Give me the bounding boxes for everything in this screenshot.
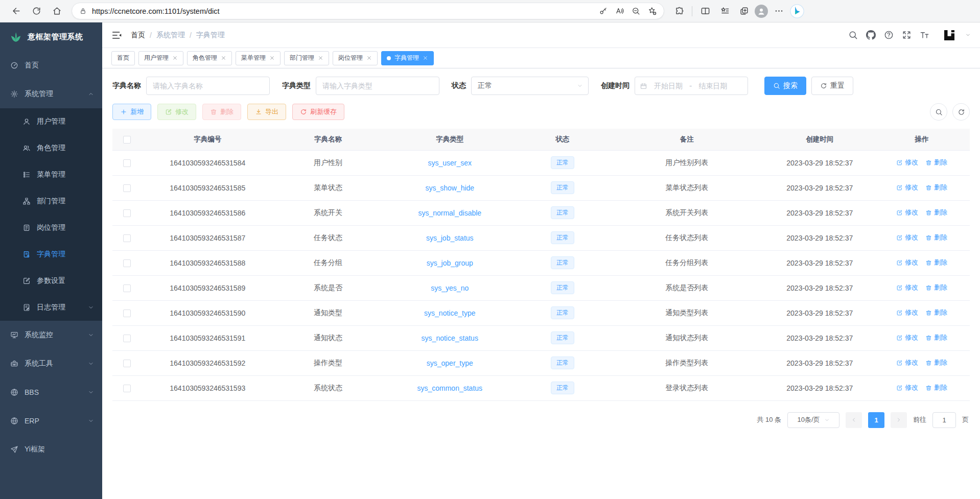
status-select[interactable]: 正常 (471, 77, 589, 95)
tab-role-management[interactable]: 角色管理 (187, 51, 232, 65)
dict-type-link[interactable]: sys_user_sex (428, 159, 472, 167)
browser-back-button[interactable] (7, 3, 25, 20)
extensions-icon[interactable] (670, 3, 688, 20)
dict-type-input[interactable] (316, 77, 439, 95)
row-checkbox[interactable] (123, 159, 131, 167)
current-page-button[interactable]: 1 (868, 412, 884, 428)
tab-home[interactable]: 首页 (111, 51, 135, 65)
row-delete-link[interactable]: 删除 (925, 358, 947, 367)
sidebar-item-yi-framework[interactable]: Yi框架 (0, 435, 102, 464)
sidebar-item-system-management[interactable]: 系统管理 (0, 80, 102, 108)
dict-name-input[interactable] (146, 77, 270, 95)
sidebar-item-system-tools[interactable]: 系统工具 (0, 349, 102, 378)
dict-type-link[interactable]: sys_notice_type (424, 309, 475, 317)
row-delete-link[interactable]: 删除 (925, 158, 947, 167)
row-edit-link[interactable]: 修改 (896, 258, 918, 267)
row-checkbox[interactable] (123, 385, 131, 392)
favorites-add-icon[interactable] (644, 4, 660, 19)
tab-dept-management[interactable]: 部门管理 (284, 51, 329, 65)
dict-type-link[interactable]: sys_job_group (427, 259, 473, 267)
github-icon[interactable] (866, 30, 876, 40)
profile-avatar[interactable] (755, 5, 768, 18)
sidebar-item-post-management[interactable]: 岗位管理 (0, 215, 102, 241)
row-edit-link[interactable]: 修改 (896, 158, 918, 167)
page-size-select[interactable]: 10条/页 (787, 412, 839, 428)
fullscreen-icon[interactable] (902, 30, 912, 40)
row-checkbox[interactable] (123, 284, 131, 292)
password-key-icon[interactable] (595, 4, 611, 19)
next-page-button[interactable] (891, 412, 907, 428)
dict-type-link[interactable]: sys_notice_status (422, 334, 478, 342)
edit-button[interactable]: 修改 (157, 104, 196, 120)
goto-page-input[interactable] (932, 412, 956, 428)
browser-home-button[interactable] (48, 3, 65, 20)
dict-type-link[interactable]: sys_oper_type (427, 359, 473, 367)
row-delete-link[interactable]: 删除 (925, 308, 947, 317)
dict-type-link[interactable]: sys_yes_no (431, 284, 469, 292)
sidebar-item-system-monitor[interactable]: 系统监控 (0, 321, 102, 349)
app-logo[interactable]: 意框架管理系统 (0, 22, 102, 51)
row-delete-link[interactable]: 删除 (925, 258, 947, 267)
browser-essentials-icon[interactable] (735, 3, 753, 20)
sidebar-item-menu-management[interactable]: 菜单管理 (0, 161, 102, 188)
help-icon[interactable] (884, 30, 894, 40)
date-range-picker[interactable]: - (635, 77, 748, 95)
tab-menu-management[interactable]: 菜单管理 (236, 51, 281, 65)
row-delete-link[interactable]: 删除 (925, 333, 947, 342)
dict-type-link[interactable]: sys_job_status (426, 234, 474, 242)
row-delete-link[interactable]: 删除 (925, 208, 947, 217)
row-checkbox[interactable] (123, 184, 131, 192)
row-checkbox[interactable] (123, 209, 131, 217)
row-delete-link[interactable]: 删除 (925, 183, 947, 192)
dict-type-link[interactable]: sys_normal_disable (418, 209, 481, 217)
dict-type-link[interactable]: sys_common_status (417, 384, 482, 392)
sidebar-item-dept-management[interactable]: 部门管理 (0, 188, 102, 215)
delete-button[interactable]: 删除 (202, 104, 241, 120)
tab-user-management[interactable]: 用户管理 (138, 51, 183, 65)
export-button[interactable]: 导出 (247, 104, 286, 120)
tab-post-management[interactable]: 岗位管理 (333, 51, 378, 65)
collections-icon[interactable] (716, 3, 733, 20)
add-button[interactable]: 新增 (112, 104, 151, 120)
search-icon[interactable] (848, 30, 858, 40)
row-edit-link[interactable]: 修改 (896, 358, 918, 367)
url-text[interactable]: https://ccnetcore.com:1101/system/dict (92, 7, 595, 15)
zoom-out-icon[interactable] (628, 4, 643, 19)
sidebar-collapse-icon[interactable] (111, 30, 123, 41)
bing-chat-icon[interactable] (789, 4, 805, 19)
browser-reload-button[interactable] (28, 3, 45, 20)
sidebar-item-bbs[interactable]: BBS (0, 378, 102, 407)
address-bar[interactable]: https://ccnetcore.com:1101/system/dict (72, 3, 664, 19)
chevron-down-icon[interactable] (965, 32, 971, 38)
sidebar-item-dict-management[interactable]: 字典管理 (0, 241, 102, 268)
sidebar-item-erp[interactable]: ERP (0, 407, 102, 435)
row-delete-link[interactable]: 删除 (925, 283, 947, 292)
row-delete-link[interactable]: 删除 (925, 383, 947, 392)
sidebar-item-role-management[interactable]: 角色管理 (0, 135, 102, 161)
sidebar-item-user-management[interactable]: 用户管理 (0, 108, 102, 135)
row-edit-link[interactable]: 修改 (896, 283, 918, 292)
read-aloud-icon[interactable] (612, 4, 627, 19)
prev-page-button[interactable] (846, 412, 862, 428)
sidebar-item-param-settings[interactable]: 参数设置 (0, 268, 102, 294)
search-button[interactable]: 搜索 (764, 77, 806, 95)
row-checkbox[interactable] (123, 234, 131, 242)
row-edit-link[interactable]: 修改 (896, 383, 918, 392)
browser-menu-icon[interactable] (770, 3, 787, 20)
row-checkbox[interactable] (123, 360, 131, 367)
row-edit-link[interactable]: 修改 (896, 308, 918, 317)
breadcrumb-home[interactable]: 首页 (131, 31, 145, 40)
refresh-cache-button[interactable]: 刷新缓存 (292, 104, 344, 120)
row-checkbox[interactable] (123, 310, 131, 317)
reset-button[interactable]: 重置 (811, 77, 853, 95)
dict-type-link[interactable]: sys_show_hide (425, 184, 474, 192)
row-checkbox[interactable] (123, 259, 131, 267)
tab-dict-management[interactable]: 字典管理 (381, 51, 434, 65)
show-search-toggle-button[interactable] (930, 103, 947, 121)
refresh-table-button[interactable] (952, 103, 970, 121)
row-edit-link[interactable]: 修改 (896, 333, 918, 342)
user-avatar-logo[interactable] (942, 28, 957, 43)
split-screen-icon[interactable] (696, 3, 714, 20)
start-date-input[interactable] (650, 82, 686, 90)
row-edit-link[interactable]: 修改 (896, 233, 918, 242)
